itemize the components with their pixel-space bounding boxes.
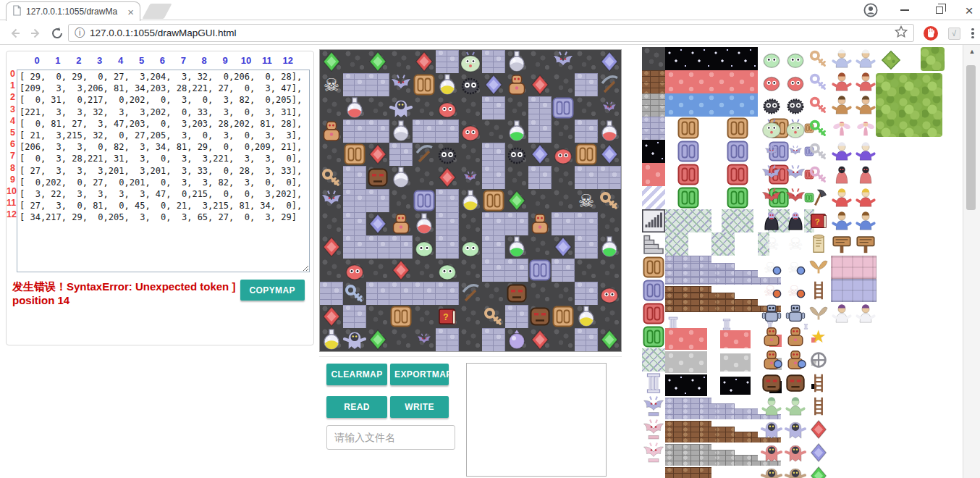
tileset-sprite-person[interactable] bbox=[831, 71, 853, 93]
map-tile[interactable] bbox=[598, 328, 621, 351]
tileset-sprite-person[interactable] bbox=[831, 187, 853, 209]
tileset-sprite-ground[interactable] bbox=[665, 70, 758, 93]
tileset-sprite-slime[interactable] bbox=[785, 71, 806, 93]
tileset-sprite-door[interactable] bbox=[642, 302, 665, 325]
map-tile[interactable] bbox=[528, 50, 552, 73]
profile-avatar-icon[interactable] bbox=[858, 0, 883, 20]
map-tile[interactable] bbox=[366, 120, 389, 143]
map-tile[interactable] bbox=[575, 96, 598, 120]
map-tile[interactable] bbox=[482, 212, 505, 235]
tileset-sprite-golem[interactable] bbox=[785, 349, 806, 371]
map-tile[interactable] bbox=[366, 259, 389, 282]
tileset-sprite-starry[interactable] bbox=[720, 377, 751, 395]
map-tile[interactable] bbox=[366, 96, 389, 120]
tileset-sprite-vampire[interactable] bbox=[761, 210, 782, 232]
map-tile[interactable] bbox=[552, 120, 575, 143]
tileset-sprite-treebig[interactable] bbox=[921, 47, 945, 71]
tileset-sprite-door[interactable] bbox=[722, 140, 753, 163]
map-tile[interactable] bbox=[552, 212, 575, 235]
map-tile[interactable] bbox=[436, 96, 459, 120]
map-tile[interactable] bbox=[366, 50, 389, 73]
map-tile[interactable] bbox=[436, 73, 459, 96]
tileset-sprite-golem[interactable] bbox=[785, 326, 806, 348]
scrollbar-thumb[interactable] bbox=[966, 65, 976, 210]
map-tile[interactable] bbox=[320, 50, 343, 73]
map-tile[interactable] bbox=[505, 212, 528, 235]
map-tile[interactable] bbox=[320, 212, 343, 235]
tileset-palette[interactable]: ☠☠☠☠☠☠?★ bbox=[642, 47, 952, 478]
map-tile[interactable] bbox=[552, 166, 575, 189]
tileset-sprite-ladder[interactable] bbox=[808, 372, 829, 394]
tileset-sprite-tdark[interactable] bbox=[642, 47, 665, 70]
map-tile[interactable] bbox=[505, 235, 528, 259]
map-tile[interactable] bbox=[528, 96, 552, 120]
scrollbar-up-arrow-icon[interactable]: ▲ bbox=[963, 45, 980, 57]
map-tile[interactable] bbox=[528, 282, 552, 305]
map-tile[interactable] bbox=[459, 50, 482, 73]
map-tile[interactable] bbox=[459, 189, 482, 212]
map-tile[interactable] bbox=[482, 259, 505, 282]
tileset-sprite-fuzzy[interactable] bbox=[761, 94, 782, 116]
map-tile[interactable]: ? bbox=[436, 305, 459, 328]
tileset-sprite-person[interactable] bbox=[785, 395, 806, 417]
map-tile[interactable] bbox=[389, 166, 413, 189]
map-tile[interactable]: ☠ bbox=[320, 73, 343, 96]
map-tile[interactable] bbox=[552, 305, 575, 328]
tileset-sprite-lattice[interactable] bbox=[722, 209, 753, 232]
window-minimize-button[interactable] bbox=[892, 0, 917, 20]
tileset-sprite-lattice[interactable] bbox=[665, 209, 711, 232]
tileset-sprite-priest[interactable] bbox=[831, 164, 853, 185]
map-tile[interactable] bbox=[436, 189, 459, 212]
map-tile[interactable] bbox=[528, 120, 552, 143]
adblock-extension-icon[interactable] bbox=[922, 25, 939, 42]
map-tile[interactable] bbox=[366, 189, 389, 212]
tileset-sprite-gem[interactable] bbox=[808, 465, 829, 478]
map-tile[interactable] bbox=[575, 73, 598, 96]
map-tile[interactable] bbox=[528, 166, 552, 189]
tileset-sprite-key[interactable] bbox=[808, 48, 829, 70]
map-tile[interactable] bbox=[413, 50, 436, 73]
map-tile[interactable] bbox=[528, 212, 552, 235]
map-tile[interactable] bbox=[366, 143, 389, 166]
map-tile[interactable] bbox=[320, 166, 343, 189]
map-tile[interactable] bbox=[575, 282, 598, 305]
map-tile[interactable] bbox=[575, 143, 598, 166]
tileset-sprite-wings[interactable] bbox=[808, 256, 829, 278]
tileset-sprite-golem[interactable] bbox=[761, 326, 782, 348]
tab-close-icon[interactable]: × bbox=[127, 7, 134, 17]
tileset-sprite-person[interactable] bbox=[855, 210, 876, 232]
map-tile[interactable] bbox=[320, 282, 343, 305]
map-tile[interactable] bbox=[320, 235, 343, 259]
bookmark-star-icon[interactable] bbox=[895, 25, 908, 41]
map-tile[interactable] bbox=[413, 96, 436, 120]
map-tile[interactable] bbox=[343, 189, 366, 212]
tileset-sprite-ground[interactable] bbox=[665, 93, 758, 117]
tileset-sprite-slime[interactable] bbox=[761, 48, 782, 70]
tileset-sprite-lattice[interactable] bbox=[642, 348, 665, 372]
map-tile[interactable] bbox=[505, 282, 528, 305]
map-tile[interactable] bbox=[389, 212, 413, 235]
tileset-sprite-key[interactable] bbox=[808, 164, 829, 185]
map-tile[interactable] bbox=[320, 143, 343, 166]
tileset-sprite-person[interactable] bbox=[831, 48, 853, 70]
tileset-sprite-skeleton[interactable]: ☠ bbox=[761, 233, 782, 255]
window-restore-button[interactable] bbox=[927, 0, 952, 20]
map-tile[interactable] bbox=[575, 212, 598, 235]
tileset-sprite-slime[interactable] bbox=[761, 71, 782, 93]
browser-tab[interactable]: 127.0.0.1:1055/drawMa × bbox=[6, 1, 140, 21]
map-tile[interactable] bbox=[482, 50, 505, 73]
tileset-sprite-ghost[interactable] bbox=[785, 442, 806, 464]
map-tile[interactable] bbox=[505, 189, 528, 212]
tileset-sprite-smallbat[interactable] bbox=[785, 141, 806, 162]
tileset-sprite-starry[interactable] bbox=[642, 140, 665, 163]
copymap-button[interactable]: COPYMAP bbox=[240, 280, 305, 301]
tileset-sprite-door[interactable] bbox=[665, 140, 711, 163]
map-tile[interactable] bbox=[598, 50, 621, 73]
map-tile[interactable] bbox=[482, 73, 505, 96]
tileset-sprite-slime[interactable] bbox=[785, 48, 806, 70]
map-tile[interactable] bbox=[528, 189, 552, 212]
map-tile[interactable] bbox=[528, 328, 552, 351]
tileset-sprite-robot[interactable] bbox=[785, 303, 806, 324]
map-tile[interactable] bbox=[389, 143, 413, 166]
tileset-sprite-bars[interactable] bbox=[642, 209, 665, 232]
